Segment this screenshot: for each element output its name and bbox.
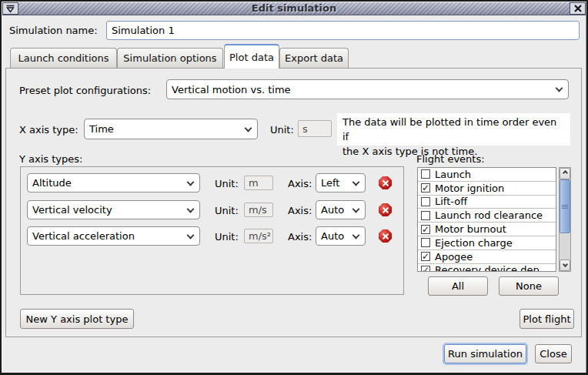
- chevron-down-icon: [556, 85, 563, 92]
- chevron-down-icon: [352, 231, 360, 239]
- tab-launch-conditions[interactable]: Launch conditions: [10, 48, 117, 68]
- flight-events-list: Launch ✓ Motor ignition Lift-off Launch …: [417, 167, 556, 272]
- y-axis-type-select-3[interactable]: Vertical acceleration: [27, 226, 200, 246]
- y-axis-type-value-2: Vertical velocity: [32, 204, 112, 216]
- list-item[interactable]: ✓ Apogee: [418, 250, 556, 264]
- plot-flight-button[interactable]: Plot flight: [520, 309, 574, 329]
- checkbox[interactable]: [421, 197, 430, 206]
- checkbox[interactable]: [421, 211, 430, 220]
- window-menu-glyph: [5, 5, 15, 13]
- time-order-note: The data will be plotted in time order e…: [337, 113, 570, 146]
- y-axis-axis-label-2: Axis:: [288, 205, 312, 216]
- event-label: Recovery device dep: [435, 264, 540, 272]
- chevron-down-icon: [187, 205, 195, 213]
- event-label: Apogee: [435, 251, 473, 263]
- checkbox[interactable]: ✓: [421, 225, 430, 234]
- delete-octagon-icon[interactable]: [379, 229, 392, 243]
- y-axis-side-value-1: Left: [321, 177, 339, 189]
- tab-plot-data[interactable]: Plot data: [224, 44, 279, 69]
- event-label: Motor burnout: [435, 223, 506, 235]
- x-axis-type-select[interactable]: Time: [84, 119, 258, 139]
- list-item[interactable]: ✓ Recovery device dep: [418, 264, 556, 272]
- y-axis-unit-field-2: m/s: [244, 203, 273, 217]
- titlebar[interactable]: Edit simulation: [2, 2, 586, 15]
- none-button[interactable]: None: [499, 276, 559, 296]
- list-item[interactable]: Lift-off: [418, 196, 556, 209]
- y-axis-unit-field-3: m/s²: [244, 229, 273, 243]
- y-axis-unit-label-3: Unit:: [215, 231, 239, 243]
- checkbox[interactable]: ✓: [421, 183, 430, 193]
- checkbox[interactable]: ✓: [421, 266, 430, 272]
- grip-line: [562, 208, 568, 209]
- plot-data-panel: Preset plot configurations: Vertical mot…: [5, 68, 582, 337]
- list-item[interactable]: Ejection charge: [418, 236, 556, 250]
- time-order-note-line1: The data will be plotted in time order e…: [342, 115, 565, 144]
- tab-export-data[interactable]: Export data: [279, 48, 349, 68]
- checkbox[interactable]: [421, 238, 430, 247]
- preset-configurations-label: Preset plot configurations:: [19, 85, 151, 96]
- close-glyph: [573, 4, 583, 13]
- y-axis-unit-label-1: Unit:: [215, 178, 239, 189]
- window-menu-icon[interactable]: [2, 2, 18, 15]
- flight-events-label: Flight events:: [416, 153, 485, 165]
- preset-configurations-select[interactable]: Vertical motion vs. time: [166, 79, 569, 99]
- y-axis-type-value-1: Altitude: [32, 177, 72, 189]
- tab-simulation-options[interactable]: Simulation options: [117, 48, 223, 68]
- y-axis-axis-label-1: Axis:: [288, 178, 312, 189]
- chevron-down-glyph: [562, 262, 567, 267]
- checkbox[interactable]: [421, 169, 430, 179]
- all-button[interactable]: All: [428, 276, 488, 296]
- grip-line: [562, 205, 568, 206]
- event-label: Launch: [435, 169, 471, 180]
- y-axis-type-select-1[interactable]: Altitude: [27, 173, 200, 193]
- y-axis-side-select-3[interactable]: Auto: [316, 226, 366, 246]
- y-axis-types-group: Altitude Unit: m Axis: Left Vertical vel…: [20, 166, 404, 295]
- y-axis-unit-field-1: m: [244, 176, 273, 190]
- simulation-name-label: Simulation name:: [9, 25, 98, 36]
- simulation-name-input[interactable]: Simulation 1: [106, 21, 580, 40]
- y-axis-type-value-3: Vertical acceleration: [32, 230, 135, 242]
- event-label: Launch rod clearance: [435, 209, 543, 221]
- y-axis-side-value-2: Auto: [321, 204, 344, 216]
- event-label: Motor ignition: [435, 182, 504, 194]
- y-axis-type-select-2[interactable]: Vertical velocity: [27, 200, 200, 219]
- chevron-down-icon[interactable]: [560, 259, 570, 271]
- list-item[interactable]: ✓ Motor ignition: [418, 182, 556, 196]
- x-axis-type-value: Time: [89, 123, 114, 135]
- y-axis-side-select-2[interactable]: Auto: [316, 200, 366, 219]
- preset-configurations-value: Vertical motion vs. time: [172, 84, 291, 95]
- event-label: Lift-off: [435, 196, 467, 207]
- close-button[interactable]: Close: [535, 344, 572, 363]
- chevron-down-icon: [187, 178, 195, 186]
- checkbox[interactable]: ✓: [421, 252, 430, 261]
- x-axis-type-label: X axis type:: [19, 124, 79, 136]
- y-axis-side-value-3: Auto: [321, 230, 344, 242]
- x-axis-unit-label: Unit:: [270, 124, 294, 136]
- chevron-down-icon: [352, 205, 360, 213]
- list-item[interactable]: Launch: [418, 168, 556, 182]
- list-item[interactable]: ✓ Motor burnout: [418, 223, 556, 236]
- new-y-axis-plot-type-button[interactable]: New Y axis plot type: [20, 309, 134, 329]
- y-axis-unit-label-2: Unit:: [215, 205, 239, 216]
- grip-line: [562, 206, 568, 207]
- y-axis-axis-label-3: Axis:: [288, 231, 312, 243]
- chevron-up-glyph: [562, 170, 567, 176]
- chevron-down-icon: [187, 231, 195, 239]
- y-axis-side-select-1[interactable]: Left: [316, 173, 366, 193]
- window-title: Edit simulation: [252, 2, 336, 14]
- list-item[interactable]: Launch rod clearance: [418, 209, 556, 223]
- edit-simulation-dialog: Edit simulation Simulation name: Simulat…: [0, 0, 588, 375]
- scrollbar-thumb[interactable]: [560, 179, 570, 233]
- run-simulation-button[interactable]: Run simulation: [444, 344, 526, 363]
- delete-octagon-icon[interactable]: [379, 176, 392, 189]
- y-axis-types-label: Y axis types:: [19, 153, 82, 165]
- chevron-down-icon: [245, 124, 252, 132]
- flight-events-scrollbar[interactable]: [559, 167, 571, 272]
- chevron-up-icon[interactable]: [560, 168, 570, 179]
- chevron-down-icon: [352, 178, 360, 186]
- delete-octagon-icon[interactable]: [379, 203, 392, 216]
- x-axis-unit-field: s: [298, 120, 332, 137]
- event-label: Ejection charge: [435, 237, 513, 249]
- close-icon[interactable]: [570, 2, 586, 15]
